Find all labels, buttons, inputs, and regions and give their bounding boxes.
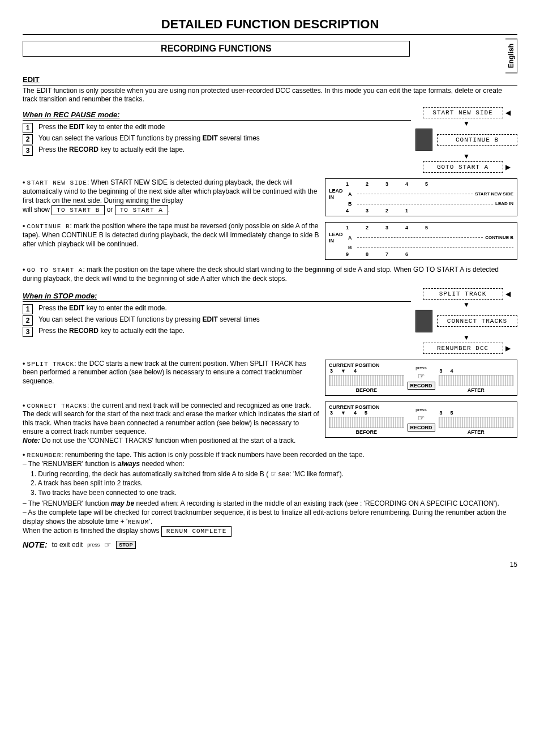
divider [23,120,411,121]
finger-icon: ☞ [418,413,425,422]
before-label: BEFORE [329,387,404,393]
text: key to actually edit the tape. [98,327,185,335]
start-new-side-text: • START NEW SIDE: When START NEW SIDE is… [23,178,319,215]
step-text: Press the RECORD key to actually edit th… [38,146,411,153]
text: – As the complete tape will be checked f… [23,509,506,526]
finger-icon: ☞ [104,540,112,549]
text: : renumbering the tape. This action is o… [61,451,364,459]
step-text: Press the RECORD key to actually edit th… [38,327,411,335]
tape-diagram-continue-b: 1 2 3 4 5 LEAD INACONTINUE B B 9 8 7 6 [325,222,517,260]
diagram-title: CURRENT POSITION [329,362,404,368]
text: . [168,206,170,213]
rec-pause-heading: When in REC PAUSE mode: [23,110,411,119]
flow-box: GOTO START A [423,161,503,173]
step-number: 3 [23,327,33,337]
side-label: B [348,245,355,251]
num: 7 [385,251,388,258]
annotation: CONTINUE B [485,235,513,241]
language-tab: English [505,39,517,73]
arrow-down-icon [463,301,470,309]
text: – The 'RENUMBER' function [23,499,111,507]
num: 5 [451,410,453,416]
num: 2 [385,208,388,214]
flow-box: SPLIT TRACK [423,288,503,300]
num: 4 [346,208,349,214]
num: 3 [385,181,388,187]
step-text: You can select the various EDIT function… [38,315,411,323]
page-title: DETAILED FUNCTION DESCRIPTION [23,17,517,32]
text: key to enter the edit mode. [84,304,166,312]
lead-in-label: LEAD IN [329,232,346,244]
lcd-label: RENUMBER [27,452,62,459]
text: Press the [38,123,69,131]
lcd-label: GO TO START A [27,267,83,274]
step-text: Press the EDIT key to enter the edit mod… [38,123,411,131]
arrow-down-icon [463,119,470,127]
tape-diagram-start-new-side: 1 2 3 4 5 LEAD INASTART NEW SIDE BLEAD I… [325,178,517,216]
display-box: TO START B [52,205,105,215]
press-label: press [415,407,427,412]
key-name: RECORD [69,327,98,335]
text: '. [149,518,152,526]
step-number: 3 [23,146,33,156]
note-label: NOTE: [23,540,48,549]
lcd-label: START NEW SIDE [27,180,87,186]
num: 4 [405,225,408,231]
text: When the action is finished the display … [23,527,161,535]
num: 8 [366,251,368,258]
key-name: EDIT [203,315,218,323]
num: 2 [366,181,368,187]
text: – The 'RENUMBER' function is [23,460,118,468]
text: key to actually edit the tape. [98,146,185,153]
num: 5 [425,181,428,187]
cassette-icon [415,310,432,332]
text: several times [218,315,260,323]
stop-mode-heading: When in STOP mode: [23,292,411,300]
num: 4 [405,181,408,187]
step-number: 1 [23,304,33,314]
cassette-icon [415,129,432,151]
split-track-text: • SPLIT TRACK: the DCC starts a new trac… [23,360,319,386]
record-key-icon: RECORD [408,424,435,432]
text: You can select the various EDIT function… [38,134,203,142]
list-item: 1. During recording, the deck has automa… [31,470,517,479]
text: or [107,206,113,213]
display-box: RENUM COMPLETE [161,526,232,536]
step-number: 2 [23,134,33,144]
step-number: 1 [23,123,33,133]
num: 3 [440,368,443,374]
lcd-label: CONNECT TRACKS [27,403,87,409]
num: 9 [346,251,349,258]
text: key to enter the edit mode [84,123,165,131]
num: 5 [425,225,428,231]
step-row: 1 Press the EDIT key to enter the edit m… [23,123,411,133]
num: 1 [346,225,349,231]
before-after-connect: CURRENT POSITION 3▼ 4 5 BEFORE press ☞ R… [325,402,517,438]
step-row: 2 You can select the various EDIT functi… [23,315,411,326]
renumber-text: • RENUMBER: renumbering the tape. This a… [23,451,517,536]
lcd-label: RENUM [127,519,149,526]
note-label: Note: [23,437,40,445]
arrow-down-icon [463,152,470,160]
arrow-right-icon [505,163,511,171]
stop-key-icon: STOP [116,541,135,549]
num: 3 [440,410,443,416]
divider [23,301,411,302]
annotation: LEAD IN [495,201,513,207]
text: Press the [38,146,69,153]
num: 4 [451,368,453,374]
arrow-down-icon [463,334,470,341]
arrow-left-icon [505,290,511,298]
after-label: AFTER [439,387,514,393]
side-label: A [348,235,355,241]
text: will show [23,206,50,213]
text: : mark the position on the tape where th… [23,266,499,283]
num: 3 [330,368,333,374]
diagram-title: CURRENT POSITION [329,404,404,410]
text: several times [218,134,260,142]
num: 4 [354,410,357,416]
after-label: AFTER [439,429,514,435]
flow-box: CONNECT TRACKS [437,315,517,327]
display-box: TO START A [115,205,168,215]
lcd-label: SPLIT TRACK [27,361,75,368]
